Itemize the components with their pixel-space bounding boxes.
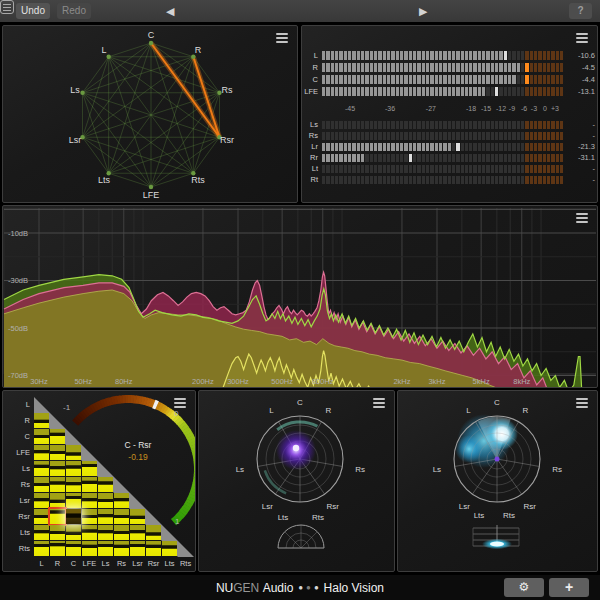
panel-menu-icon[interactable]: [174, 402, 186, 404]
meter-value: -4.5: [557, 63, 595, 72]
db-tick-label: -30dB: [8, 276, 28, 285]
matrix-cell[interactable]: [130, 541, 145, 556]
matrix-cell[interactable]: [66, 477, 81, 492]
matrix-row-label: Rts: [3, 544, 30, 553]
meter-value: -31.1: [557, 153, 595, 162]
matrix-cell[interactable]: [34, 477, 49, 492]
matrix-cell[interactable]: [34, 445, 49, 460]
matrix-cell[interactable]: [50, 445, 65, 460]
matrix-cell[interactable]: [82, 477, 97, 492]
matrix-cell[interactable]: [50, 525, 65, 540]
undo-button[interactable]: Undo: [16, 3, 50, 19]
matrix-cell[interactable]: [82, 525, 97, 540]
meter-value: -: [557, 131, 595, 140]
freq-tick-label: 300Hz: [227, 377, 249, 386]
matrix-cell[interactable]: [146, 525, 161, 540]
matrix-cell[interactable]: [162, 541, 177, 556]
matrix-cell[interactable]: [82, 541, 97, 556]
list-lines: [3, 4, 11, 11]
preset-list-icon[interactable]: [0, 0, 14, 14]
matrix-cell[interactable]: [114, 509, 129, 524]
freq-tick-label: 30Hz: [30, 377, 48, 386]
matrix-cell[interactable]: [34, 461, 49, 476]
matrix-cell[interactable]: [66, 461, 81, 476]
matrix-cell[interactable]: [114, 541, 129, 556]
matrix-cell[interactable]: [34, 541, 49, 556]
meter-value: -13.1: [557, 87, 595, 96]
matrix-cell[interactable]: [50, 493, 65, 508]
correlation-web: CRRsRsrRtsLFELtsLsrLsL: [3, 26, 297, 202]
db-tick-label: -50dB: [8, 324, 28, 333]
matrix-cell[interactable]: [66, 541, 81, 556]
matrix-cell[interactable]: [82, 461, 97, 476]
matrix-cell[interactable]: [146, 541, 161, 556]
matrix-cell[interactable]: [98, 541, 113, 556]
help-button[interactable]: ?: [569, 3, 592, 19]
matrix-cell[interactable]: [50, 541, 65, 556]
matrix-cell[interactable]: [34, 525, 49, 540]
matrix-cell[interactable]: [98, 509, 113, 524]
redo-button[interactable]: Redo: [57, 3, 91, 19]
scope-channel-label: C: [494, 398, 500, 407]
correlation-matrix-panel: LRCLFELsRsLsrRsrLtsRtsLRCLFELsRsLsrRsrLt…: [2, 390, 196, 572]
brand-dot: ●: [314, 583, 319, 592]
step-back-icon[interactable]: ◀: [166, 4, 174, 18]
panel-menu-icon[interactable]: [576, 37, 588, 39]
web-channel-label: L: [101, 45, 106, 55]
matrix-cell[interactable]: [98, 493, 113, 508]
brand-dot: ●: [298, 583, 303, 592]
matrix-row-label: Rsr: [3, 512, 30, 521]
matrix-cell[interactable]: [50, 429, 65, 444]
matrix-cell[interactable]: [66, 525, 81, 540]
meter-bar: [322, 121, 564, 129]
panel-menu-icon[interactable]: [276, 37, 288, 39]
scope-channel-label: L: [269, 406, 274, 415]
meter-channel-label: Rs: [302, 131, 318, 140]
matrix-cell[interactable]: [98, 477, 113, 492]
meter-channel-label: LFE: [302, 87, 318, 96]
matrix-cell[interactable]: [34, 493, 49, 508]
matrix-cell[interactable]: [82, 509, 97, 524]
matrix-cell[interactable]: [50, 461, 65, 476]
scope-channel-label: Lsr: [459, 502, 470, 511]
matrix-row-label: Rs: [3, 480, 30, 489]
freq-tick-label: 8kHz: [513, 377, 530, 386]
matrix-cell[interactable]: [34, 413, 49, 428]
matrix-cell[interactable]: [130, 525, 145, 540]
matrix-cell[interactable]: [130, 509, 145, 524]
matrix-col-label: Rts: [176, 559, 195, 568]
matrix-cell-hover[interactable]: [50, 509, 65, 524]
panel-menu-icon[interactable]: [373, 402, 385, 404]
web-channel-label: Rts: [191, 175, 205, 185]
freq-tick-label: 200Hz: [192, 377, 214, 386]
channel-node: [149, 41, 153, 45]
spectrum-chart: 30Hz50Hz80Hz200Hz300Hz500Hz800Hz2kHz3kHz…: [3, 206, 597, 387]
matrix-cell[interactable]: [98, 525, 113, 540]
meter-scale-tick: -45: [341, 105, 359, 112]
halo-vision-window: Undo Redo ◀ ▶ ? CRRsRsrRtsLFELtsLsrLsL L…: [0, 0, 600, 600]
matrix-cell-selected[interactable]: [66, 509, 81, 524]
play-icon[interactable]: ▶: [419, 4, 427, 18]
matrix-cell[interactable]: [66, 493, 81, 508]
highlight-correlation-line: [193, 57, 219, 137]
surround-scope-panel: CLRLsRsLsrRsrLtsRts: [198, 390, 395, 572]
matrix-row-label: R: [3, 416, 30, 425]
matrix-cell[interactable]: [34, 429, 49, 444]
matrix-cell[interactable]: [82, 493, 97, 508]
matrix-cell[interactable]: [34, 509, 49, 524]
meter-bar: [322, 63, 564, 72]
meter-channel-label: Lr: [302, 142, 318, 151]
matrix-cells: LRCLFELsRsLsrRsrLtsRtsLRCLFELsRsLsrRsrLt…: [3, 391, 195, 571]
add-panel-button[interactable]: +: [549, 578, 589, 597]
meter-channel-label: Lt: [302, 164, 318, 173]
panel-menu-icon[interactable]: [576, 402, 588, 404]
matrix-cell[interactable]: [114, 525, 129, 540]
gauge-min-label: -1: [63, 403, 70, 412]
settings-button[interactable]: ⚙: [504, 578, 544, 597]
panel-menu-icon[interactable]: [576, 217, 588, 219]
matrix-cell[interactable]: [66, 445, 81, 460]
matrix-cell[interactable]: [50, 477, 65, 492]
matrix-cell[interactable]: [114, 493, 129, 508]
meters-body: L-10.6R-4.5C-4.4LFE-13.1Ls-Rs-Lr-21.3Rr-…: [302, 26, 597, 202]
meter-bar: [322, 176, 564, 184]
